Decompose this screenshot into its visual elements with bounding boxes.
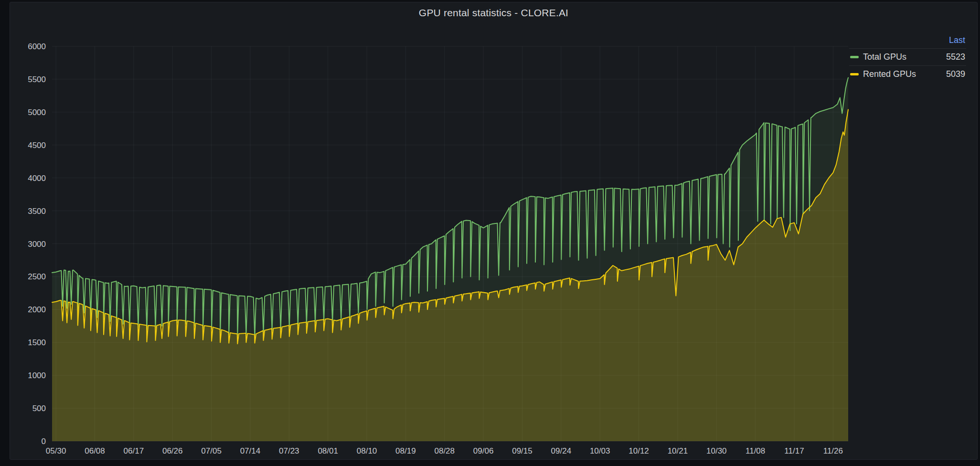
y-axis-tick-label: 1500 [28, 338, 46, 347]
y-axis-tick-label: 5500 [28, 75, 46, 84]
x-axis-tick-label: 11/08 [746, 446, 765, 455]
x-axis-tick-label: 11/26 [823, 446, 843, 455]
legend-header: Last [849, 34, 966, 48]
x-axis-tick-label: 09/15 [512, 446, 533, 455]
y-axis-tick-label: 5000 [28, 108, 46, 117]
x-axis-tick-label: 08/19 [395, 446, 416, 455]
y-axis-tick-label: 1000 [28, 371, 46, 380]
x-axis-tick-label: 10/03 [590, 446, 610, 455]
legend-label: Rented GPUs [863, 69, 946, 79]
x-axis-tick-label: 10/12 [628, 446, 649, 455]
legend-last-value: 5523 [946, 52, 965, 62]
legend-last-value: 5039 [946, 69, 965, 79]
y-axis-tick-label: 0 [42, 437, 46, 446]
x-axis-tick-label: 08/01 [318, 446, 338, 455]
x-axis-tick-label: 06/26 [162, 446, 183, 455]
x-axis-tick-label: 11/17 [784, 446, 804, 455]
x-axis-tick-label: 06/08 [85, 446, 105, 455]
y-axis-tick-label: 6000 [28, 42, 46, 51]
y-axis-tick-label: 2500 [28, 272, 46, 281]
x-axis-tick-label: 09/06 [473, 446, 494, 455]
gpu-stats-panel: GPU rental statistics - CLORE.AI 0500100… [10, 2, 978, 460]
x-axis-tick-label: 07/05 [201, 446, 222, 455]
y-axis-tick-label: 2000 [28, 305, 46, 314]
dashboard-background: GPU rental statistics - CLORE.AI 0500100… [0, 0, 980, 466]
legend-item-total-gpus[interactable]: Total GPUs 5523 [849, 48, 966, 65]
x-axis-tick-label: 10/30 [706, 446, 727, 455]
legend: Last Total GPUs 5523 Rented GPUs 5039 [849, 34, 966, 83]
x-axis-tick-label: 08/28 [434, 446, 455, 455]
x-axis-tick-label: 06/17 [124, 446, 144, 455]
y-axis-tick-label: 3000 [28, 240, 46, 249]
y-axis-tick-label: 4500 [28, 141, 46, 150]
x-axis-tick-label: 07/14 [240, 446, 261, 455]
legend-column-last[interactable]: Last [949, 35, 965, 45]
x-axis-tick-label: 07/23 [279, 446, 299, 455]
time-series-plot-area[interactable]: 0500100015002000250030003500400045005000… [10, 2, 980, 466]
legend-label: Total GPUs [863, 52, 946, 62]
y-axis-tick-label: 4000 [28, 174, 46, 183]
y-axis-tick-label: 500 [32, 404, 46, 413]
x-axis-tick-label: 10/21 [668, 446, 688, 455]
x-axis-tick-label: 09/24 [551, 446, 572, 455]
x-axis-tick-label: 08/10 [357, 446, 377, 455]
total-gpus-swatch-icon [850, 56, 859, 58]
legend-item-rented-gpus[interactable]: Rented GPUs 5039 [849, 65, 966, 83]
y-axis-tick-label: 3500 [28, 207, 46, 216]
rented-gpus-swatch-icon [850, 73, 859, 75]
x-axis-tick-label: 05/30 [46, 446, 66, 455]
